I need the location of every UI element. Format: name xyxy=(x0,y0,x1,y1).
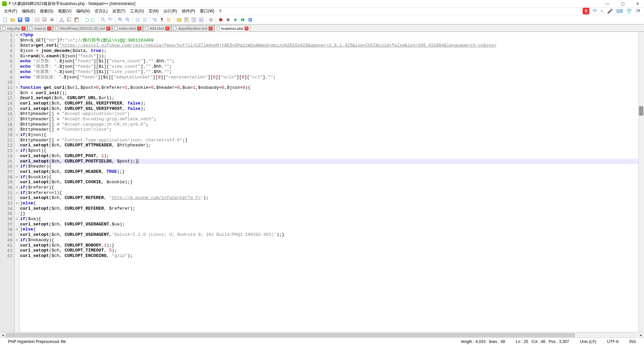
scroll-left-icon[interactable]: ◄ xyxy=(0,333,6,338)
svg-rect-21 xyxy=(138,18,140,22)
tab-label: AppxManifest.xml xyxy=(178,26,207,30)
file-icon xyxy=(216,26,220,30)
redo-button[interactable] xyxy=(90,16,97,23)
zoom-in-button[interactable] xyxy=(117,16,124,23)
window-title: F:\大鹏源码网\2023最新快手\kuaishou.php - Notepad… xyxy=(9,1,603,7)
status-encoding[interactable]: UTF-8 xyxy=(602,339,624,344)
svg-rect-9 xyxy=(51,18,53,19)
ime-keyboard-icon[interactable]: ⌨ xyxy=(616,8,623,14)
menu-12[interactable]: ? xyxy=(217,8,223,14)
show-all-chars-button[interactable]: ¶ xyxy=(159,16,165,23)
print-button[interactable] xyxy=(49,16,55,23)
paste-button[interactable] xyxy=(73,16,80,23)
menu-9[interactable]: 运行(R) xyxy=(161,8,179,15)
svg-rect-39 xyxy=(173,27,176,30)
save-all-button[interactable] xyxy=(24,16,31,23)
ime-lang-icon[interactable]: 中 xyxy=(593,8,597,14)
zoom-out-button[interactable] xyxy=(124,16,131,23)
close-file-button[interactable] xyxy=(34,16,41,23)
monitor-button[interactable] xyxy=(208,16,214,23)
menu-5[interactable]: 语言(L) xyxy=(93,8,110,15)
tab-kuaishou-php[interactable]: kuaishou.php× xyxy=(214,25,250,31)
svg-rect-24 xyxy=(177,18,181,21)
horizontal-scrollbar[interactable]: ◄ ► xyxy=(0,332,644,338)
new-file-button[interactable] xyxy=(2,16,9,23)
title-bar: F:\大鹏源码网\2023最新快手\kuaishou.php - Notepad… xyxy=(0,0,644,8)
macro-stop-button[interactable] xyxy=(225,16,231,23)
doc-list-button[interactable] xyxy=(191,16,197,23)
tab-label: main.js xyxy=(34,26,46,30)
status-ins[interactable]: INS xyxy=(624,339,641,344)
macro-save-button[interactable] xyxy=(247,16,254,23)
maximize-button[interactable]: ▢ xyxy=(618,1,627,7)
tab-index-html[interactable]: index.html× xyxy=(112,25,143,31)
sync-h-button[interactable] xyxy=(142,16,148,23)
menu-4[interactable]: 编码(N) xyxy=(74,8,92,15)
ime-skin-icon[interactable]: 👕 xyxy=(626,8,632,14)
find-button[interactable] xyxy=(100,16,107,23)
folder-as-workspace-button[interactable] xyxy=(176,16,182,23)
menu-bar: 文件(F)编辑(E)搜索(S)视图(V)编码(N)语言(L)设置(T)工具(O)… xyxy=(0,8,644,15)
ime-mic-icon[interactable]: 🎤 xyxy=(607,8,613,14)
menu-6[interactable]: 设置(T) xyxy=(110,8,127,15)
svg-rect-32 xyxy=(227,18,229,21)
cut-button[interactable] xyxy=(58,16,65,23)
fold-gutter[interactable]: ⊟⊟⊟⊟⊟⊟⊟⊟⊟⊟⊟⊟ xyxy=(15,32,19,332)
tab-404-html[interactable]: 404.html× xyxy=(143,25,171,31)
save-button[interactable] xyxy=(17,16,23,23)
svg-rect-2 xyxy=(19,18,21,19)
sync-v-button[interactable] xyxy=(134,16,141,23)
editor-area[interactable]: 1234567891011121314151617181920212223242… xyxy=(0,32,644,332)
macro-play-button[interactable] xyxy=(232,16,239,23)
ime-logo-icon[interactable]: S xyxy=(583,8,589,14)
tab-close-icon[interactable]: × xyxy=(137,26,141,30)
svg-rect-0 xyxy=(4,18,7,22)
menu-0[interactable]: 文件(F) xyxy=(2,8,19,15)
undo-button[interactable] xyxy=(83,16,90,23)
svg-rect-35 xyxy=(30,27,32,30)
close-button[interactable]: ✕ xyxy=(633,1,642,7)
tab-close-icon[interactable]: × xyxy=(47,26,51,30)
tab-close-icon[interactable]: × xyxy=(209,26,213,30)
ime-punct-icon[interactable]: •, xyxy=(601,8,604,14)
tab-close-icon[interactable]: × xyxy=(106,26,110,30)
menu-11[interactable]: 窗口(W) xyxy=(198,8,216,15)
doc-map-button[interactable] xyxy=(183,16,190,23)
tab-img-php[interactable]: img.php× xyxy=(0,25,27,31)
indent-guide-button[interactable] xyxy=(166,16,173,23)
doc-close-button[interactable]: ✕ xyxy=(635,8,643,14)
open-file-button[interactable] xyxy=(9,16,16,23)
wordwrap-button[interactable] xyxy=(151,16,158,23)
tab-close-icon[interactable]: × xyxy=(165,26,169,30)
code-editor[interactable]: <?php$hh=$_GET["hh"]?:"\n";//换行符号(默认\n)Q… xyxy=(19,32,644,332)
function-list-button[interactable]: fx xyxy=(198,16,205,23)
svg-rect-20 xyxy=(136,18,137,22)
menu-8[interactable]: 宏(M) xyxy=(147,8,161,15)
tab-AppxManifest-xml[interactable]: AppxManifest.xml× xyxy=(171,25,214,31)
menu-1[interactable]: 编辑(E) xyxy=(20,8,37,15)
tab-WordPress-2023-01-02-xml[interactable]: WordPress.2023-01-02.xml× xyxy=(53,25,112,31)
status-bar: PHP Hypertext Preprocessor file length :… xyxy=(0,338,644,345)
scroll-right-icon[interactable]: ► xyxy=(638,333,644,338)
copy-button[interactable] xyxy=(66,16,72,23)
macro-play-multi-button[interactable] xyxy=(239,16,246,23)
menu-2[interactable]: 搜索(S) xyxy=(38,8,55,15)
minimize-button[interactable]: — xyxy=(603,1,612,7)
menu-7[interactable]: 工具(O) xyxy=(128,8,146,15)
tab-close-icon[interactable]: × xyxy=(245,26,249,30)
file-icon xyxy=(29,26,33,30)
menu-3[interactable]: 视图(V) xyxy=(56,8,73,15)
close-all-button[interactable] xyxy=(41,16,48,23)
status-eol[interactable]: Unix (LF) xyxy=(575,339,602,344)
vertical-scrollbar[interactable] xyxy=(638,32,644,332)
menu-10[interactable]: 插件(P) xyxy=(180,8,197,15)
svg-rect-4 xyxy=(25,17,29,21)
status-position: Ln : 25 Col : 46 Pos : 3,307 xyxy=(511,339,575,344)
tab-label: WordPress.2023-01-02.xml xyxy=(60,26,105,30)
tab-close-icon[interactable]: × xyxy=(21,26,25,30)
tab-label: 404.html xyxy=(150,26,164,30)
replace-button[interactable] xyxy=(107,16,114,23)
svg-rect-15 xyxy=(75,19,78,22)
tab-main-js[interactable]: main.js× xyxy=(27,25,53,31)
macro-record-button[interactable] xyxy=(217,16,224,23)
